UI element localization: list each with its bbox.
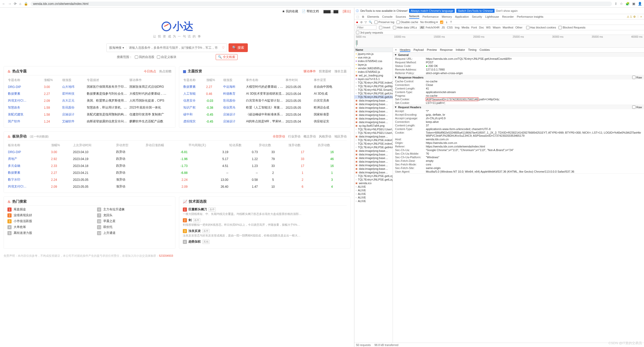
- table-row[interactable]: 数据要素2.27星环科技数据要素是指参与到社会生产…大模型时代的必要基础，…: [7, 90, 172, 97]
- request-row[interactable]: TQL?Entry=JNLPSE.getUnrea…: [354, 92, 393, 95]
- detail-tab[interactable]: Response: [440, 48, 453, 52]
- request-row[interactable]: wd_pc_loading.png: [354, 74, 393, 77]
- tab[interactable]: 行业异动: [288, 134, 300, 139]
- request-row[interactable]: TQL?Entry=JNLPSE.indexQue…: [354, 138, 393, 142]
- table-row[interactable]: DRG-DIP3.00山大地纬国家医疗保障局发布关于印发…国家医保局正式启动DR…: [7, 83, 172, 90]
- request-row[interactable]: wenda.ico: [354, 181, 393, 185]
- warning-badge[interactable]: ⚠ 1 ⚙ ⋮ ×: [627, 15, 642, 18]
- tab[interactable]: 涨价主题: [334, 69, 347, 74]
- request-row[interactable]: data:image/png;base…: [354, 149, 393, 153]
- hotsearch-item[interactable]: 6主力有拉升迹象: [97, 207, 171, 212]
- name-column[interactable]: Name: [354, 48, 393, 52]
- devtools-tab[interactable]: Console: [382, 15, 392, 18]
- back-icon[interactable]: ←: [2, 2, 5, 6]
- devtools-tab[interactable]: Elements: [367, 15, 379, 18]
- table-row[interactable]: 跨境支付CI…2.092023.05.05涨异动2.0926.401.47106…: [7, 183, 347, 190]
- request-row[interactable]: ALIVE: [354, 199, 393, 203]
- request-row[interactable]: ALIVE: [354, 192, 393, 196]
- tab[interactable]: 热点前瞻: [159, 69, 172, 74]
- fulltext-button[interactable]: 🔍 全文检索: [216, 54, 237, 60]
- devtools-tab[interactable]: Security: [472, 15, 482, 18]
- table-row[interactable]: 跨境支付CI…2.09吉大正元美国、欧盟禁止俄罗斯使用SWI…人民币国际化提速，…: [7, 97, 172, 104]
- table-row[interactable]: 智慧政务1.59彩讯股份智慧政务，即运用计算机、网…2023年底前全国一体化: [7, 104, 172, 111]
- request-row[interactable]: data:image/png;base…: [354, 102, 393, 106]
- tab[interactable]: 地区异动: [334, 134, 347, 139]
- detail-tab[interactable]: Timing: [468, 48, 477, 52]
- search-icon[interactable]: 🔍: [369, 21, 372, 24]
- table-row[interactable]: 房地产2.922023.04.19跌异动-1.965.171.22793346: [7, 155, 347, 162]
- request-row[interactable]: layer.js: [354, 63, 393, 66]
- hide-data-urls[interactable]: Hide data URLs: [393, 26, 417, 29]
- upload-icon[interactable]: ⤓: [446, 21, 448, 24]
- devtools-tab[interactable]: Memory: [442, 15, 452, 18]
- devtools-tab[interactable]: Performance: [422, 15, 439, 18]
- request-row[interactable]: data:image/png;base…: [354, 163, 393, 167]
- tech-item[interactable]: 2剑条件剑指形状酷似一把剑的K线形态。昨日长阳6%以上，今日跳空高开，伴随放量，…: [183, 218, 347, 227]
- table-row[interactable]: 虚拟现实-0.45启迪设计AI的终点就是MR，苹果MR新…2023.05.04供…: [183, 118, 347, 125]
- detail-tab[interactable]: Headers: [400, 48, 411, 52]
- match-lang-button[interactable]: Always match Chrome's language: [409, 9, 455, 13]
- tab[interactable]: 今日热点: [144, 69, 156, 74]
- detail-tab[interactable]: Cookies: [480, 48, 490, 52]
- request-row[interactable]: data:image/png;base…: [354, 135, 393, 138]
- hotsearch-item[interactable]: 12上升通道: [97, 231, 171, 235]
- filter-type[interactable]: Other: [514, 26, 524, 29]
- device-icon[interactable]: ⧉: [362, 15, 364, 18]
- filter-type[interactable]: Font: [470, 26, 478, 29]
- request-row[interactable]: TQL?Entry=JNLPSE.getUnrea…: [354, 95, 393, 99]
- hotsearch-item[interactable]: 11双价托: [97, 225, 171, 229]
- filter-type[interactable]: CSS: [446, 26, 454, 29]
- dont-show-link[interactable]: Don't show again: [496, 9, 518, 12]
- hotsearch-item[interactable]: 4大单抢筹: [7, 225, 82, 229]
- timeline[interactable]: 5000 ms10000 ms15000 ms20000 ms25000 ms3…: [354, 35, 644, 48]
- close-icon[interactable]: ×: [395, 48, 396, 52]
- request-row[interactable]: data:image/png;base…: [354, 99, 393, 102]
- table-row[interactable]: 人工智能0.46科德教育AI 3D技术变革游戏研发流程…2023.05.04AI…: [183, 90, 347, 97]
- devtools-tab[interactable]: Performance insights: [517, 15, 543, 18]
- request-row[interactable]: data:image/png;base…: [354, 156, 393, 160]
- request-row[interactable]: index.67b5f542.css: [354, 59, 393, 63]
- profile-icon[interactable]: 👤: [638, 2, 642, 6]
- filter-type[interactable]: Img: [454, 26, 460, 29]
- table-row[interactable]: 信息安全-0.03彩讯股份白宫宣布首个AI监管计划，政…2023.05.05白宫…: [183, 97, 347, 104]
- address-bar[interactable]: wenda.tdx.com.cn/site/wenda/index.html: [31, 2, 612, 6]
- switch-lang-button[interactable]: Switch DevTools to Chinese: [456, 9, 494, 13]
- blocked-cookies[interactable]: Has blocked cookies: [526, 26, 556, 29]
- filter-type[interactable]: Fetch/XHR: [425, 26, 441, 29]
- search-input[interactable]: [127, 46, 220, 49]
- detail-tab[interactable]: Preview: [427, 48, 437, 52]
- preserve-log[interactable]: Preserve log: [374, 21, 394, 24]
- tab[interactable]: 投资题材: [319, 69, 331, 74]
- request-row[interactable]: TQL?Entry=NLPSEU.UserUpd…: [354, 127, 393, 131]
- favorites-link[interactable]: ★ 我的收藏: [282, 9, 298, 14]
- table-row[interactable]: DRG-DIP3.002023.04.10跌异动-6.813.190.73331…: [7, 148, 347, 155]
- search-button[interactable]: 🔍 搜索: [229, 43, 248, 52]
- request-row[interactable]: data:image/png;base…: [354, 113, 393, 117]
- devtools-tab[interactable]: Network: [409, 15, 419, 19]
- extensions-icon[interactable]: 🧩: [626, 2, 630, 6]
- request-row[interactable]: TQL?Entry=JNLPSE.getLzg&R…: [354, 178, 393, 181]
- record-icon[interactable]: ●: [356, 20, 358, 24]
- request-row[interactable]: TQL?Entry=JNLPSE.getLzg&R…: [354, 174, 393, 178]
- request-row[interactable]: data:image/png;base…: [354, 153, 393, 156]
- favorite-icon[interactable]: ♡: [220, 46, 227, 49]
- table-row[interactable]: 数字水印2.242023.05.05涨异动2.2413.000.58523: [7, 176, 347, 183]
- request-row[interactable]: data:image/png;base…: [354, 110, 393, 113]
- share-icon[interactable]: ⇪: [614, 2, 617, 6]
- request-row[interactable]: TQL?Entry=JNLPSE.indexQue…: [354, 142, 393, 145]
- request-row[interactable]: TQL?Entry=NLPSEU.UserUpd…: [354, 131, 393, 135]
- home-icon[interactable]: ⌂: [19, 2, 21, 6]
- request-row[interactable]: ALIVE: [354, 189, 393, 192]
- opt-selfstock[interactable]: 我的自选股: [135, 55, 154, 59]
- request-row[interactable]: jquery.min.js: [354, 52, 393, 56]
- request-row[interactable]: data:image/png;base…: [354, 160, 393, 163]
- request-row[interactable]: ALIVE: [354, 196, 393, 199]
- clear-icon[interactable]: ⊘: [360, 21, 363, 24]
- devtools-tab[interactable]: Lighthouse: [485, 15, 499, 18]
- table-row[interactable]: 碳中和-0.45启迪设计《碳达峰碳中和标准体系建设…2023.05.04国家标准…: [183, 111, 347, 118]
- square-icon[interactable]: ▣: [632, 2, 635, 6]
- star-icon[interactable]: ☆: [620, 2, 623, 6]
- table-row[interactable]: 国产软件1.24艾融软件由斯诺登披露的信息安全问题…麒麟软件生态适配产品数: [7, 118, 172, 125]
- filter-type[interactable]: WS: [485, 26, 492, 29]
- caret-icon[interactable]: ▾: [395, 105, 396, 109]
